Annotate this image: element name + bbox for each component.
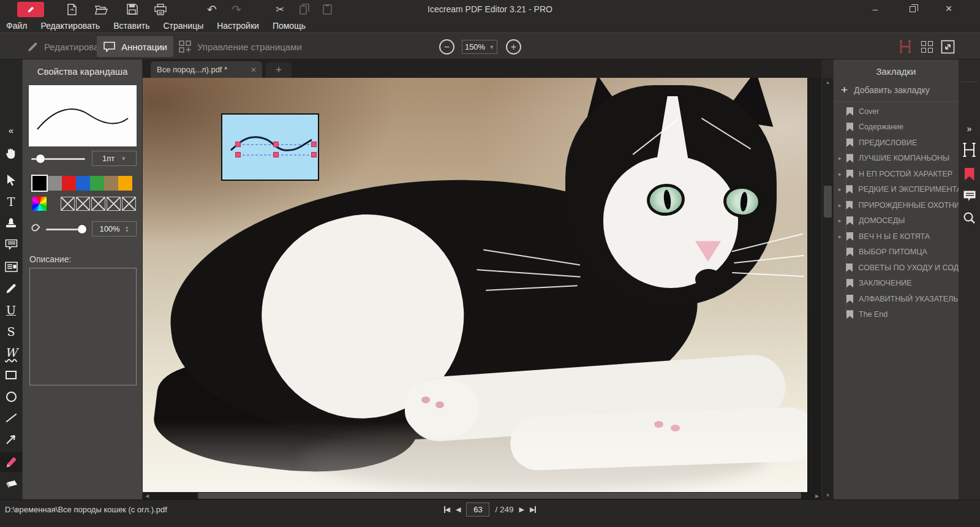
close-button[interactable]: × bbox=[935, 0, 962, 18]
next-page-button[interactable]: ▶ bbox=[519, 506, 524, 514]
selected-ink-annotation[interactable] bbox=[221, 113, 319, 181]
color-swatch-blue[interactable] bbox=[76, 176, 90, 191]
vertical-scroll-thumb[interactable] bbox=[824, 186, 832, 218]
hand-tool[interactable] bbox=[0, 143, 22, 163]
selection-handle[interactable] bbox=[311, 152, 317, 157]
pdf-canvas[interactable] bbox=[143, 78, 821, 492]
bookmark-item[interactable]: ▸ЛУЧШИЕ КОМПАНЬОНЫ bbox=[834, 151, 959, 167]
menu-help[interactable]: Помощь bbox=[273, 21, 306, 31]
last-page-button[interactable]: ▶ bbox=[530, 506, 536, 514]
width-slider-thumb[interactable] bbox=[36, 154, 45, 163]
document-tab[interactable]: Все пород...л).pdf * × bbox=[151, 61, 262, 78]
bookmarks-panel-button[interactable] bbox=[959, 165, 980, 183]
ellipse-tool[interactable] bbox=[0, 387, 22, 406]
comments-panel-button[interactable] bbox=[959, 187, 980, 205]
expand-icon[interactable]: ▸ bbox=[839, 202, 843, 208]
bookmark-item[interactable]: ▸Содержание bbox=[834, 119, 959, 135]
underline-tool[interactable]: U bbox=[0, 300, 22, 320]
grid-view-icon[interactable] bbox=[919, 39, 935, 55]
bookmark-item[interactable]: ▸АЛФАВИТНЫЙ УКАЗАТЕЛЬ bbox=[834, 291, 959, 307]
text-note-tool[interactable] bbox=[0, 257, 22, 276]
restore-button[interactable] bbox=[899, 0, 926, 18]
page-number-input[interactable] bbox=[466, 502, 489, 517]
bookmark-item[interactable]: ▸Cover bbox=[834, 104, 959, 119]
page-thumbnails-button[interactable] bbox=[959, 140, 980, 159]
color-swatch-green[interactable] bbox=[90, 176, 104, 191]
expand-icon[interactable]: ▸ bbox=[839, 171, 843, 177]
selection-handle[interactable] bbox=[273, 152, 279, 157]
zoom-level-select[interactable]: 150%▼ bbox=[462, 40, 497, 54]
selection-handle[interactable] bbox=[235, 142, 241, 147]
color-swatch-brown[interactable] bbox=[104, 176, 118, 191]
previous-page-button[interactable]: ◀ bbox=[456, 506, 461, 514]
bookmark-item[interactable]: ▸ПРИРОЖДЕННЫЕ ОХОТНИ... bbox=[834, 197, 959, 213]
bookmark-item[interactable]: ▸Н ЕП РОСТОЙ ХАРАКТЕР bbox=[834, 166, 959, 182]
width-select[interactable]: 1пт▼ bbox=[92, 151, 137, 166]
bookmark-item[interactable]: ▸СОВЕТЫ ПО УХОДУ И СОДЕ... bbox=[834, 260, 959, 276]
bookmark-item[interactable]: ▸ПРЕДИСЛОВИЕ bbox=[834, 135, 959, 151]
width-slider[interactable] bbox=[31, 158, 85, 160]
squiggly-underline-tool[interactable]: W bbox=[0, 343, 22, 362]
color-swatch-orange[interactable] bbox=[118, 176, 132, 191]
expand-icon[interactable]: ▸ bbox=[839, 186, 843, 192]
highlighter-tool[interactable] bbox=[0, 452, 22, 472]
fullscreen-icon[interactable] bbox=[940, 39, 956, 55]
first-page-button[interactable]: ◀ bbox=[444, 506, 450, 514]
stamp-tool[interactable] bbox=[0, 213, 22, 233]
color-swatch-black[interactable] bbox=[32, 176, 47, 191]
opacity-value[interactable]: 100% ▲▼ bbox=[92, 221, 137, 237]
single-page-view-icon[interactable] bbox=[897, 39, 913, 55]
scroll-down-icon[interactable]: ▼ bbox=[823, 491, 833, 499]
empty-swatch[interactable] bbox=[76, 197, 90, 211]
opacity-slider-thumb[interactable] bbox=[78, 225, 86, 233]
bookmark-item[interactable]: ▸ЗАКЛЮЧЕНИЕ bbox=[834, 276, 959, 292]
line-tool[interactable] bbox=[0, 408, 22, 428]
eraser-tool[interactable] bbox=[0, 474, 22, 494]
menu-edit[interactable]: Редактировать bbox=[40, 21, 100, 31]
collapse-panel-button[interactable]: « bbox=[0, 120, 22, 140]
new-tab-button[interactable]: + bbox=[266, 63, 292, 78]
scroll-left-icon[interactable]: ◀ bbox=[143, 492, 151, 499]
color-swatch-gray[interactable] bbox=[48, 176, 62, 191]
empty-swatch[interactable] bbox=[107, 197, 121, 211]
bookmark-item[interactable]: ▸ДОМОСЕДЫ bbox=[834, 213, 959, 229]
bookmark-item[interactable]: ▸ВЫБОР ПИТОМЦА bbox=[834, 245, 959, 260]
selection-handle[interactable] bbox=[311, 142, 317, 147]
select-tool[interactable] bbox=[0, 170, 22, 189]
description-input[interactable] bbox=[29, 268, 137, 385]
minimize-button[interactable]: – bbox=[862, 0, 889, 18]
color-swatch-red[interactable] bbox=[62, 176, 76, 191]
menu-settings[interactable]: Настройки bbox=[217, 21, 259, 31]
menu-pages[interactable]: Страницы bbox=[163, 21, 203, 31]
tab-close-icon[interactable]: × bbox=[251, 65, 256, 75]
bookmark-item[interactable]: ▸The End bbox=[834, 307, 959, 323]
arrow-tool[interactable] bbox=[0, 430, 22, 449]
opacity-slider[interactable] bbox=[46, 229, 85, 230]
mode-annotations-button[interactable]: Аннотации bbox=[97, 36, 173, 57]
expand-icon[interactable]: ▸ bbox=[839, 155, 843, 161]
menu-file[interactable]: Файл bbox=[6, 21, 27, 31]
selection-handle[interactable] bbox=[273, 142, 279, 147]
vertical-scrollbar[interactable]: ▲ ▼ bbox=[823, 78, 833, 499]
zoom-in-button[interactable]: + bbox=[506, 39, 521, 55]
expand-icon[interactable]: ▸ bbox=[839, 233, 843, 240]
scroll-up-icon[interactable]: ▲ bbox=[823, 78, 833, 86]
add-bookmark-button[interactable]: + Добавить закладку bbox=[841, 84, 930, 96]
search-panel-button[interactable] bbox=[959, 208, 980, 227]
mode-page-management-button[interactable]: Управление страницами bbox=[173, 36, 308, 57]
custom-color-picker[interactable] bbox=[32, 197, 47, 211]
selection-handle[interactable] bbox=[235, 152, 241, 157]
comment-tool[interactable] bbox=[0, 235, 22, 254]
bookmark-item[interactable]: ▸РЕДКИЕ И ЭКСПЕРИМЕНТА... bbox=[834, 182, 959, 198]
scroll-right-icon[interactable]: ▶ bbox=[813, 492, 821, 499]
rectangle-tool[interactable] bbox=[0, 365, 22, 385]
empty-swatch[interactable] bbox=[61, 197, 75, 211]
strikeout-tool[interactable]: S bbox=[0, 322, 22, 341]
text-tool[interactable]: T bbox=[0, 192, 22, 211]
menu-insert[interactable]: Вставить bbox=[113, 21, 149, 31]
bookmark-item[interactable]: ▸ВЕЧ Н Ы Е КОТЯТА bbox=[834, 229, 959, 245]
empty-swatch[interactable] bbox=[91, 197, 105, 211]
pencil-draw-tool[interactable] bbox=[0, 278, 22, 298]
horizontal-scrollbar[interactable]: ◀ ▶ bbox=[143, 492, 821, 499]
zoom-out-button[interactable]: − bbox=[439, 39, 454, 55]
